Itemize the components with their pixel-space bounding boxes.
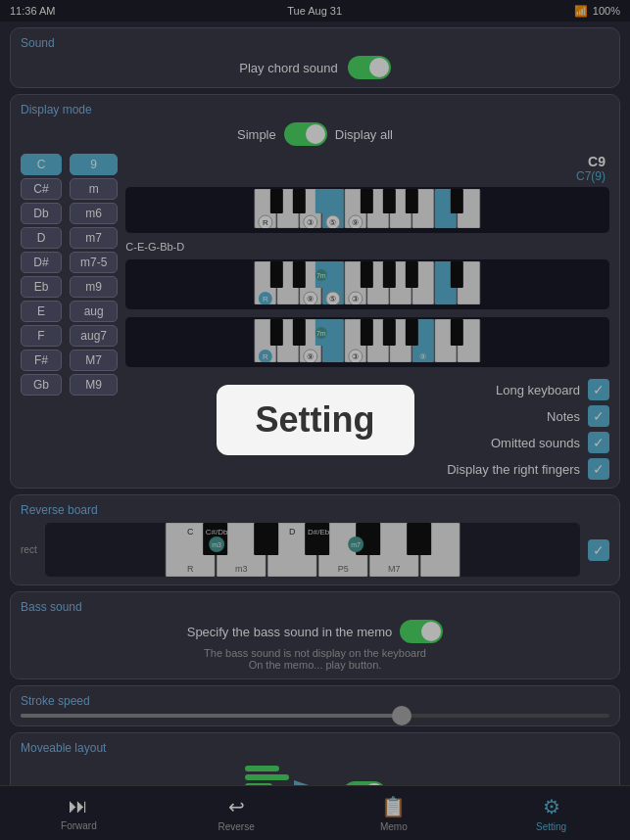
root-note-col: C C# Db D D# Eb E F F# Gb bbox=[21, 154, 62, 396]
reverse-board-inner: rect C C#/Db bbox=[21, 523, 609, 577]
keyboard1-svg: 7m ⑤ R ⑨ ③ bbox=[127, 261, 607, 304]
note-E[interactable]: E bbox=[21, 301, 62, 322]
display-mode-section: Display mode Simple Display all C C# Db … bbox=[10, 94, 620, 489]
svg-rect-103 bbox=[245, 774, 289, 780]
quality-aug[interactable]: aug bbox=[70, 301, 118, 322]
long-keyboard-row: Long keyboard bbox=[125, 379, 609, 400]
display-mode-toggle[interactable] bbox=[284, 122, 327, 146]
forward-icon: ⏭ bbox=[69, 795, 88, 817]
forward-label: Forward bbox=[61, 820, 97, 831]
memo-label: Memo bbox=[380, 821, 408, 832]
quality-m9[interactable]: m9 bbox=[70, 276, 118, 298]
long-keyboard-label: Long keyboard bbox=[496, 383, 580, 397]
quality-M7[interactable]: M7 bbox=[70, 350, 118, 371]
keyboard2-svg: 7m R ⑨ ③ ⑨ bbox=[127, 319, 607, 362]
notes-keyboard-area: C C# Db D D# Eb E F F# Gb 9 m m6 m7 m7-5… bbox=[21, 154, 609, 480]
svg-text:M7: M7 bbox=[388, 564, 401, 574]
svg-text:C: C bbox=[187, 527, 194, 537]
right-fingers-checkbox[interactable] bbox=[588, 458, 609, 480]
svg-rect-41 bbox=[451, 261, 463, 288]
svg-text:③: ③ bbox=[353, 295, 360, 303]
reverse-board-title: Reverse board bbox=[21, 503, 609, 517]
note-Eb[interactable]: Eb bbox=[21, 276, 62, 298]
svg-rect-36 bbox=[293, 261, 306, 288]
quality-m75[interactable]: m7-5 bbox=[70, 252, 118, 273]
display-all-label: Display all bbox=[335, 127, 393, 142]
svg-text:⑨: ⑨ bbox=[353, 218, 360, 227]
notes-checkbox-label: Notes bbox=[547, 409, 580, 424]
slider-thumb[interactable] bbox=[392, 706, 412, 725]
reverse-piano-svg: C C#/Db D D#/Eb R m3 P5 M7 m3 m7 bbox=[45, 523, 580, 577]
omitted-sounds-checkbox[interactable] bbox=[588, 432, 609, 453]
note-F[interactable]: F bbox=[21, 325, 62, 347]
svg-text:7m: 7m bbox=[316, 272, 326, 279]
setting-label-tab: Setting bbox=[536, 821, 566, 832]
svg-text:⑨: ⑨ bbox=[308, 352, 315, 361]
keyboard2-container: 7m R ⑨ ③ ⑨ bbox=[125, 317, 609, 367]
svg-rect-86 bbox=[254, 523, 278, 555]
quality-9[interactable]: 9 bbox=[70, 154, 118, 175]
chord-notes-text: C-E-G-Bb-D bbox=[125, 241, 609, 253]
swipe-icon-container: Swipe bbox=[245, 761, 323, 785]
svg-rect-62 bbox=[270, 319, 283, 346]
status-time: 11:36 AM bbox=[10, 5, 55, 17]
sound-title: Sound bbox=[21, 36, 609, 50]
main-content: Sound Play chord sound Display mode Simp… bbox=[0, 22, 630, 785]
bass-sound-label: Specify the bass sound in the memo bbox=[187, 625, 393, 639]
chord-alt: C7(9) bbox=[125, 169, 606, 183]
svg-text:C#/Db: C#/Db bbox=[205, 528, 227, 537]
note-Dsharp[interactable]: D# bbox=[21, 252, 62, 273]
svg-rect-14 bbox=[383, 189, 396, 213]
svg-text:m3: m3 bbox=[212, 541, 221, 548]
svg-rect-10 bbox=[270, 189, 283, 213]
note-Gb[interactable]: Gb bbox=[21, 374, 62, 396]
quality-m7[interactable]: m7 bbox=[70, 227, 118, 249]
svg-text:P5: P5 bbox=[337, 564, 348, 574]
note-D[interactable]: D bbox=[21, 227, 62, 249]
note-Csharp[interactable]: C# bbox=[21, 178, 62, 200]
tab-forward[interactable]: ⏭ Forward bbox=[0, 795, 158, 831]
quality-m6[interactable]: m6 bbox=[70, 203, 118, 224]
long-keyboard-checkbox[interactable] bbox=[588, 379, 609, 400]
sound-section: Sound Play chord sound bbox=[10, 27, 620, 88]
svg-text:m7: m7 bbox=[351, 541, 361, 548]
notes-checkbox[interactable] bbox=[588, 405, 609, 427]
tab-memo[interactable]: 📋 Memo bbox=[315, 795, 473, 832]
reverse-board-checkbox[interactable] bbox=[588, 539, 609, 561]
right-fingers-label: Display the right fingers bbox=[447, 462, 580, 477]
sound-toggle[interactable] bbox=[348, 56, 391, 79]
quality-aug7[interactable]: aug7 bbox=[70, 325, 118, 347]
slider-row bbox=[21, 714, 609, 718]
battery-label: 100% bbox=[593, 5, 620, 17]
bass-sound-toggle[interactable] bbox=[400, 620, 443, 643]
note-Fsharp[interactable]: F# bbox=[21, 350, 62, 371]
chord-info: C9 C7(9) bbox=[125, 154, 609, 183]
slider-track[interactable] bbox=[21, 714, 609, 718]
svg-rect-38 bbox=[361, 261, 373, 288]
reverse-label: Reverse bbox=[218, 821, 255, 832]
bass-note1: The bass sound is not display on the key… bbox=[21, 647, 609, 659]
checkboxes-area: Long keyboard Notes Omitted sounds Displ… bbox=[125, 377, 609, 480]
memo-icon: 📋 bbox=[381, 795, 406, 818]
tab-reverse[interactable]: ↩ Reverse bbox=[158, 795, 315, 832]
bass-sound-title: Bass sound bbox=[21, 600, 609, 614]
svg-rect-11 bbox=[293, 189, 306, 213]
note-Db[interactable]: Db bbox=[21, 203, 62, 224]
simple-label: Simple bbox=[237, 127, 276, 142]
tab-setting[interactable]: ⚙ Setting bbox=[472, 795, 630, 832]
top-keyboard-container: R ③ ⑤ ⑨ bbox=[125, 187, 609, 233]
svg-rect-39 bbox=[383, 261, 396, 288]
display-mode-title: Display mode bbox=[21, 103, 609, 117]
reverse-icon: ↩ bbox=[228, 795, 245, 818]
svg-rect-67 bbox=[406, 319, 418, 346]
stroke-speed-title: Stroke speed bbox=[21, 694, 609, 708]
quality-M9[interactable]: M9 bbox=[70, 374, 118, 396]
svg-text:m3: m3 bbox=[235, 564, 248, 574]
svg-text:⑨: ⑨ bbox=[420, 352, 427, 361]
slider-fill bbox=[21, 714, 404, 718]
svg-rect-102 bbox=[245, 766, 279, 771]
note-C[interactable]: C bbox=[21, 154, 62, 175]
svg-rect-16 bbox=[451, 189, 463, 213]
top-keyboard-svg: R ③ ⑤ ⑨ bbox=[127, 189, 607, 228]
quality-m[interactable]: m bbox=[70, 178, 118, 200]
